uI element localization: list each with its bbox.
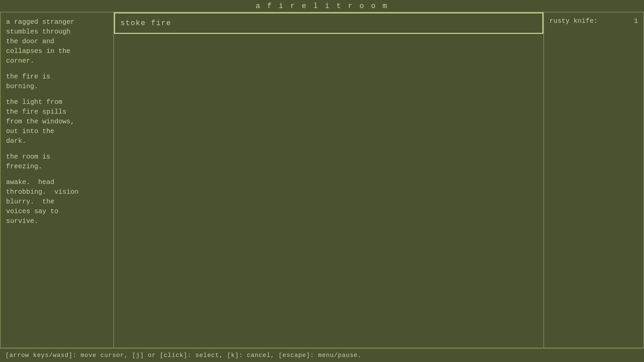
action-text: stoke fire [120,19,171,27]
story-paragraph-4: awake. head throbbing. vision blurry. th… [6,177,108,226]
action-input[interactable]: stoke fire [114,12,543,34]
item-name: rusty knife: [549,17,598,25]
inventory-panel: rusty knife:1 [543,12,644,348]
main-area: a ragged stranger stumbles through the d… [0,12,644,348]
status-bar: [arrow keys/wasd]: move cursor, [j] or [… [0,348,644,362]
story-paragraph-1: the fire is burning. [6,72,108,91]
story-paragraph-0: a ragged stranger stumbles through the d… [6,17,108,66]
center-content [114,34,543,348]
inventory-item-0: rusty knife:1 [549,17,638,25]
page-title: a f i r e l i t r o o m [0,0,644,12]
center-panel: stoke fire [114,12,543,348]
story-paragraph-2: the light from the fire spills from the … [6,97,108,146]
item-count: 1 [634,17,638,25]
narrative-panel: a ragged stranger stumbles through the d… [0,12,114,348]
story-paragraph-3: the room is freezing. [6,152,108,171]
